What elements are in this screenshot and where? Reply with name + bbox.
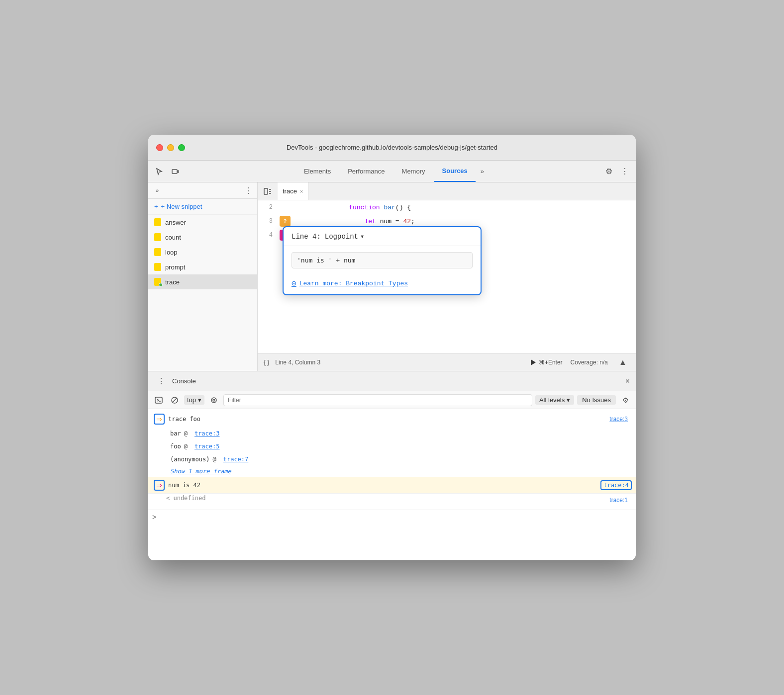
console-header: ⋮ Console × [148,371,636,391]
logpoint-popup: Line 4: Logpoint ▾ [283,226,482,295]
file-icon [154,233,161,241]
console-close-button[interactable]: × [625,377,630,386]
sidebar-item-count[interactable]: count [148,230,257,245]
logpoint-result-source[interactable]: trace:4 [600,480,632,490]
sidebar-item-prompt[interactable]: prompt [148,260,257,274]
trace-anonymous-source[interactable]: trace:7 [219,454,253,465]
cursor-tool-button[interactable] [152,165,166,178]
tab-sources[interactable]: Sources [434,161,476,182]
tab-elements[interactable]: Elements [296,161,339,182]
snippet-list: answer count loop prompt [148,215,257,371]
trace-foo-source[interactable]: trace:5 [191,441,224,452]
sidebar-toolbar: » ⋮ [148,182,257,199]
play-icon [531,359,536,365]
return-icon [152,495,166,509]
maximize-button[interactable] [178,144,185,151]
show-more-frames-link[interactable]: Show 1 more frame [148,466,636,477]
execute-script-button[interactable] [152,394,165,407]
trace-main-text: trace foo [166,413,605,426]
context-selector[interactable]: top ▾ [184,395,204,405]
breakpoint-3[interactable]: ? [280,216,291,227]
logpoint-icon-orange: ⇒ [154,414,165,425]
trace-sub-anonymous: (anonymous) @ trace:7 [148,453,636,466]
console-title: Console [172,377,196,385]
status-bar: { } Line 4, Column 3 ⌘+Enter Coverage: n… [258,353,636,371]
coverage-label: Coverage: n/a [571,359,608,366]
trace-sub-foo: foo @ trace:5 [148,440,636,453]
console-settings-button[interactable]: ⚙ [619,394,632,407]
context-label: top [187,396,196,404]
file-icon [154,248,161,256]
logpoint-footer: ⊙ Learn more: Breakpoint Types [284,274,481,294]
devtools-window: DevTools - googlechrome.github.io/devtoo… [148,135,636,560]
trace-sub-bar: bar @ trace:3 [148,427,636,440]
editor-tab-trace[interactable]: trace × [278,182,308,200]
logpoint-result-entry: ⇒ num is 42 trace:4 [148,477,636,494]
sidebar-item-trace[interactable]: trace [148,274,257,289]
traffic-lights [156,144,185,151]
log-levels-selector[interactable]: All levels ▾ [535,395,574,405]
svg-rect-1 [178,171,179,173]
svg-rect-2 [264,188,268,194]
editor-area: trace × 2 function bar() { [258,182,636,371]
run-button[interactable]: ⌘+Enter [531,359,563,366]
sources-panel: » ⋮ + + New snippet answer count [148,182,636,371]
status-right: ⌘+Enter Coverage: n/a ▲ [531,355,630,369]
new-snippet-button[interactable]: + + New snippet [148,199,257,215]
window-title: DevTools - googlechrome.github.io/devtoo… [287,144,497,151]
trace-main-row: ⇒ trace foo trace:3 [148,411,636,427]
editor-tabs: trace × [258,182,636,200]
sidebar-more-button[interactable]: ⋮ [243,185,253,195]
console-prompt[interactable]: > [148,510,636,524]
plus-icon: + [154,203,158,210]
svg-point-11 [213,399,215,401]
trace-bar-source[interactable]: trace:3 [191,428,224,439]
levels-arrow-icon: ▾ [567,396,570,404]
console-menu-button[interactable]: ⋮ [154,374,168,388]
device-toggle-button[interactable] [168,165,182,178]
file-icon [154,263,161,271]
settings-button[interactable]: ⚙ [602,165,616,178]
close-button[interactable] [156,144,163,151]
tab-performance[interactable]: Performance [340,161,392,182]
no-issues-button[interactable]: No Issues [577,395,616,405]
tab-toolbar [152,161,182,182]
trace-main-source[interactable]: trace:3 [605,414,632,425]
code-content[interactable]: 2 function bar() { 3 ? let num [258,200,636,353]
return-text: < undefined [166,495,205,502]
settings-area: ⚙ ⋮ [602,161,632,182]
tab-memory[interactable]: Memory [394,161,433,182]
clear-console-button[interactable] [168,394,181,407]
prompt-arrow: > [152,513,156,521]
console-filter-input[interactable] [223,394,532,406]
sidebar-item-loop[interactable]: loop [148,245,257,260]
console-toolbar: top ▾ All levels ▾ No Issues ⚙ [148,391,636,409]
screenshot-button[interactable]: ▲ [616,355,630,369]
minimize-button[interactable] [167,144,174,151]
logpoint-line-label: Line 4: [292,233,321,241]
sidebar-item-answer[interactable]: answer [148,215,257,230]
editor-tab-close-button[interactable]: × [300,188,303,194]
dropdown-icon: ▾ [360,232,364,241]
toggle-navigator-button[interactable] [262,185,274,197]
code-line-5: 5 bar(); [258,351,636,353]
return-source[interactable]: trace:1 [605,495,632,506]
svg-rect-0 [172,170,177,174]
logpoint-input-area [284,246,481,274]
svg-point-10 [211,398,216,403]
logpoint-header: Line 4: Logpoint ▾ [284,227,481,246]
sidebar: » ⋮ + + New snippet answer count [148,182,258,371]
logpoint-result-icon: ⇒ [152,478,166,492]
console-content: ⇒ trace foo trace:3 bar @ trace:3 foo @ … [148,409,636,560]
logpoint-input[interactable] [292,252,473,268]
pretty-print-button[interactable]: { } [264,359,269,366]
learn-more-text: Learn more: Breakpoint Types [299,280,408,287]
live-expressions-button[interactable] [207,394,220,407]
collapse-sidebar-button[interactable]: » [152,185,162,195]
more-menu-button[interactable]: ⋮ [618,165,632,178]
more-tabs-button[interactable]: » [477,161,488,182]
learn-more-link[interactable]: ⊙ Learn more: Breakpoint Types [292,278,473,288]
console-panel: ⋮ Console × top ▾ [148,371,636,560]
tabbar: Elements Performance Memory Sources » ⚙ … [148,161,636,182]
logpoint-type-dropdown[interactable]: Logpoint ▾ [325,232,365,241]
